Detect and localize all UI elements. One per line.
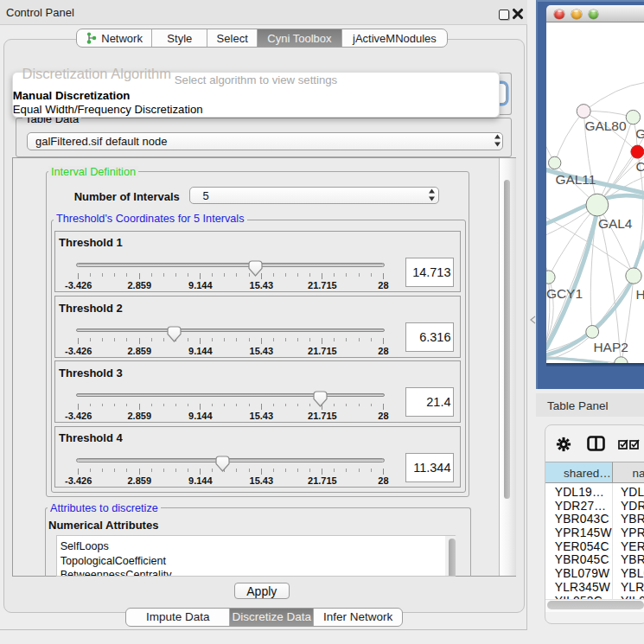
svg-text:GAL11: GAL11	[555, 172, 596, 187]
svg-text:GA: GA	[635, 126, 644, 141]
svg-text:HAP2: HAP2	[593, 340, 628, 354]
svg-text:C: C	[635, 159, 644, 174]
svg-text:GCY1: GCY1	[546, 286, 583, 301]
svg-text:HA: HA	[635, 287, 644, 302]
svg-text:GAL4: GAL4	[597, 216, 632, 231]
svg-text:GAL80: GAL80	[584, 118, 626, 133]
